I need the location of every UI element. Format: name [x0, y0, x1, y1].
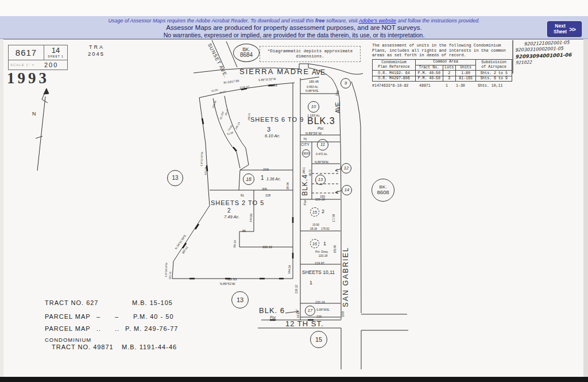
parcel-circle-9: 9: [341, 78, 351, 88]
parcel-circle-13: 13: [315, 175, 326, 185]
assessment-paragraph: The assessment of units in the following…: [372, 43, 513, 58]
dim-label: 220.18: [315, 198, 325, 202]
dim-label: S.0°28'34"W.: [165, 262, 168, 277]
city-boundary-circle-900: 900: [302, 149, 310, 157]
dim-label: Pot. Drwy,: [315, 250, 328, 253]
dim-label: 39.94: [287, 182, 289, 190]
recorder-row: #1474633*8-10-92 49871 1 1-30 Shts. 10,1…: [372, 84, 513, 91]
bk-number: 8608: [377, 190, 389, 195]
col-plan-reference: Condominium Plan Reference: [373, 59, 416, 70]
parcel-circle-11: 11: [317, 139, 328, 151]
tra-label: TRA: [89, 45, 105, 50]
sheets-2-to-5-label: SHEETS 2 TO 5: [211, 200, 264, 206]
diagrammatic-note: *Diagrammatic depicts approximate dimens…: [260, 46, 361, 62]
units-value: 1-30: [456, 84, 465, 88]
dim-label: 1.183 Ac.: [307, 114, 320, 118]
page-number: 14: [44, 46, 68, 55]
block-3-label: BLK.3: [307, 117, 335, 126]
dim-label: S.0°21'35"W.: [201, 151, 204, 166]
dim-label: N.89°51'W.: [220, 283, 235, 286]
parcel-18-acreage: 1.36 Ac.: [266, 177, 281, 181]
dim-label: 70: [303, 138, 307, 141]
dim-label: S.89°59'E.: [316, 308, 330, 311]
dim-label: 182.46: [334, 245, 337, 253]
parcel-2-acreage: 7.49 Ac.: [224, 215, 239, 219]
tra-number: 2045: [88, 51, 105, 57]
reference-value: M.B. 15-105: [132, 299, 173, 306]
sheets-10-11-label: SHEETS 10,11: [302, 270, 335, 275]
col-tract-no: Tract No.: [416, 65, 443, 71]
block-4-por: Por.: [303, 199, 307, 206]
ditto-mark: –: [96, 313, 100, 320]
dim-label: 220.18: [319, 254, 327, 257]
col-subdivision: Subdivision of Airspace: [476, 59, 512, 70]
parcel-circle-15-dashed: 15: [310, 207, 319, 217]
book-stamp-8608: BK. 8608: [372, 179, 394, 202]
dim-label: 19.90: [312, 224, 319, 227]
dim-label: 220: [316, 315, 322, 319]
parcel-1-number: 1: [310, 280, 312, 285]
street-sierra-madre-ave: AVE.: [312, 69, 327, 76]
col-common-area: Common Area: [416, 59, 476, 65]
street-san-gabriel: SAN GABRIEL: [342, 246, 350, 307]
condominium-tract: TRACT NO. 49871: [52, 344, 114, 350]
parcel-circle-17: 17: [305, 306, 315, 316]
north-label: N: [32, 111, 36, 117]
tract-value: 49871: [419, 84, 431, 88]
sheets-value: Shts. 10,11: [478, 84, 503, 88]
dim-label: 226: [263, 168, 269, 171]
dim-label: 220.16: [315, 301, 325, 304]
dim-label: 103.32: [169, 272, 172, 280]
reference-value: P. M. 249-76-77: [125, 325, 178, 332]
handwritten-document-numbers: 9202121002001-05 92030310002001-05 92093…: [514, 40, 572, 65]
condominium-assessment-block: The assessment of units in the following…: [372, 43, 513, 91]
dim-label: N.88°54'E.: [305, 90, 319, 92]
street-sierra-madre: SIERRA MADRE: [239, 68, 310, 75]
col-units: Units: [456, 65, 476, 71]
book-stamp-8684: BK. 8684: [233, 44, 260, 62]
dim-label: 219.97: [315, 262, 324, 265]
ditto-mark: ..: [96, 325, 101, 332]
strip-parcel-2: 2: [322, 209, 324, 214]
sheet-circle-15: 15: [310, 331, 327, 348]
condominium-ref: M.B. 1191-44-46: [122, 344, 177, 350]
block-6-label: BLK. 6: [259, 307, 285, 314]
dim-label: 44.70: [310, 169, 312, 176]
street-12th-st: 12 TH ST.: [285, 320, 324, 327]
parcel-3-number: 3: [267, 126, 270, 133]
dim-label: 248.1: [303, 167, 306, 173]
parcel-3-acreage: 6.10 Ac.: [265, 134, 280, 138]
map-title-block: 8617 14 SHEET 1 SCALE 1" = 200: [8, 45, 68, 70]
dim-label: 633.28: [205, 167, 208, 175]
strip-parcel-1: 1: [323, 241, 326, 246]
dim-label: 306: [262, 188, 267, 191]
reference-label: PARCEL MAP: [45, 313, 91, 320]
bottom-window-edge: [0, 377, 588, 382]
sheet-number: SHEET 1: [44, 55, 68, 58]
book-number: 8617: [9, 45, 44, 60]
dim-label: 330.19: [262, 246, 272, 249]
block-3-por: Por.: [318, 127, 324, 131]
page-number-cell: 14 SHEET 1: [44, 45, 68, 60]
sheet-circle-13: 13: [167, 170, 183, 186]
street-ave-vertical: AVE.: [335, 101, 341, 113]
assessor-map: 8617 14 SHEET 1 SCALE 1" = 200 TRA 2045 …: [0, 0, 588, 382]
lots-value: 1: [446, 84, 448, 88]
dim-label: 228: [265, 194, 270, 198]
parcel-18-lot-number: 1: [261, 175, 264, 181]
col-lots: Lots: [443, 65, 455, 71]
condominium-label: CONDOMINIUM: [45, 337, 91, 343]
block-6-por: Por.: [270, 316, 277, 320]
dim-label: N.89°59'W.: [315, 161, 329, 164]
reference-value: P.M. 40 - 50: [133, 313, 174, 320]
parcel-circle-14: 14: [342, 185, 352, 195]
dim-label: 177.88: [333, 214, 336, 222]
ditto-mark: –: [115, 313, 119, 320]
dim-label: 179.92: [321, 228, 330, 231]
dim-label: 0.863 Ac.: [307, 86, 319, 88]
sheets-6-to-9-label: SHEETS 6 TO 9: [250, 117, 304, 123]
note-line2: dimensions.: [260, 54, 360, 59]
table-row: O.R. M4192- 64P.M. 40-50 21-80 Shts. 2 t…: [373, 71, 512, 76]
condominium-table: Condominium Plan Reference Common Area S…: [372, 59, 512, 82]
scale-label: SCALE 1" =: [10, 63, 34, 67]
